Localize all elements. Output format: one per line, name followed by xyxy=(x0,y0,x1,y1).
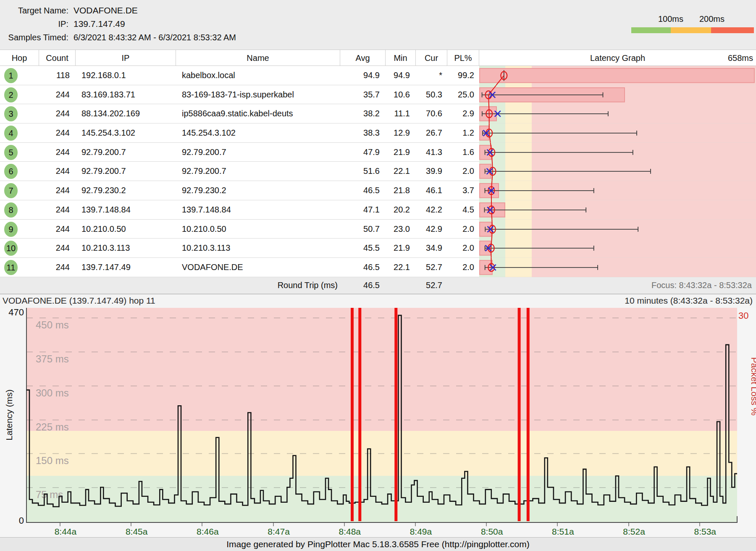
hop-latency-minigraph[interactable] xyxy=(479,200,756,220)
x-tick-label-8:46a: 8:46a xyxy=(189,527,226,537)
x-tick-8:44a xyxy=(60,523,60,526)
target-name-value: VODAFONE.DE xyxy=(74,5,138,16)
col-header-count[interactable]: Count xyxy=(39,50,76,66)
cur-cell: 52.7 xyxy=(416,258,442,277)
generator-credit-bar: Image generated by PingPlotter Mac 5.18.… xyxy=(0,537,756,551)
hop-number-badge: 1 xyxy=(4,68,18,83)
y-axis-max-label: 470 xyxy=(0,307,24,318)
hop-number-badge: 8 xyxy=(4,202,18,218)
hop-latency-minigraph[interactable] xyxy=(479,258,756,277)
latency-timeline-chart[interactable]: 470 0 Latency (ms) 30 Packet Loss % 450 … xyxy=(0,308,756,537)
hop-number-badge: 3 xyxy=(4,106,18,121)
latency-timeline-plot[interactable] xyxy=(26,308,737,522)
count-cell: 244 xyxy=(39,104,70,123)
ip-cell: 92.79.200.7 xyxy=(81,162,176,181)
ip-cell: 145.254.3.102 xyxy=(81,123,176,142)
name-cell: 10.210.3.113 xyxy=(182,239,340,257)
avg-cell: 94.9 xyxy=(340,66,380,85)
avg-cell: 35.7 xyxy=(340,85,380,104)
trace-table-body: 1118192.168.0.1kabelbox.local94.994.9*99… xyxy=(0,66,756,277)
col-header-cur[interactable]: Cur xyxy=(416,50,447,66)
hop-number-badge: 9 xyxy=(4,222,18,237)
hop-latency-minigraph[interactable] xyxy=(479,181,756,200)
pl-cell: 2.0 xyxy=(447,220,474,239)
x-tick-label-8:48a: 8:48a xyxy=(331,527,369,537)
x-tick-8:51a xyxy=(557,523,558,526)
legend-200ms-label: 200ms xyxy=(691,14,733,24)
focus-range-label[interactable]: Focus: 8:43:32a - 8:53:32a xyxy=(651,277,752,294)
hop-latency-minigraph[interactable] xyxy=(479,220,756,239)
x-tick-label-8:51a: 8:51a xyxy=(544,527,582,537)
ip-label: IP: xyxy=(0,18,68,29)
hop-row-10[interactable]: 1024410.210.3.11310.210.3.11345.521.934.… xyxy=(0,239,756,258)
hop-row-3[interactable]: 324488.134.202.169ip5886caa9.static.kabe… xyxy=(0,104,756,123)
hop-latency-minigraph[interactable] xyxy=(479,66,756,85)
generator-credit-text: Image generated by PingPlotter Mac 5.18.… xyxy=(226,539,529,549)
hop-row-2[interactable]: 224483.169.183.7183-169-183-71-isp.super… xyxy=(0,85,756,105)
hop-row-5[interactable]: 524492.79.200.792.79.200.747.921.941.31.… xyxy=(0,143,756,162)
col-header-name[interactable]: Name xyxy=(176,50,340,66)
count-cell: 244 xyxy=(39,143,70,162)
name-cell: kabelbox.local xyxy=(182,66,340,85)
col-header-pl[interactable]: PL% xyxy=(447,50,479,66)
hop-row-11[interactable]: 11244139.7.147.49VODAFONE.DE46.522.152.7… xyxy=(0,258,756,277)
pl-cell: 2.9 xyxy=(447,104,474,123)
hop-latency-minigraph[interactable] xyxy=(479,123,756,143)
cur-cell: 42.9 xyxy=(416,220,442,239)
col-header-min[interactable]: Min xyxy=(386,50,416,66)
count-cell: 244 xyxy=(39,200,70,219)
cur-cell: 26.7 xyxy=(416,123,442,142)
round-trip-cur: 52.7 xyxy=(416,277,442,294)
min-cell: 22.1 xyxy=(386,162,410,181)
hop-row-8[interactable]: 8244139.7.148.84139.7.148.8447.120.242.2… xyxy=(0,200,756,220)
min-cell: 23.0 xyxy=(386,220,410,239)
legend-red-swatch xyxy=(711,27,754,33)
y-axis-title: Latency (ms) xyxy=(4,381,14,449)
cur-cell: 41.3 xyxy=(416,143,442,162)
col-header-avg[interactable]: Avg xyxy=(340,50,386,66)
x-axis-line xyxy=(26,522,738,523)
name-cell: 83-169-183-71-isp.superkabel xyxy=(182,85,340,104)
min-cell: 94.9 xyxy=(386,66,410,85)
min-cell: 10.6 xyxy=(386,85,410,104)
hop-latency-minigraph[interactable] xyxy=(479,104,756,123)
cur-cell: 34.9 xyxy=(416,239,442,257)
col-header-latency-graph[interactable]: Latency Graph 658ms xyxy=(479,50,756,66)
samples-timed-value: 6/3/2021 8:43:32 AM - 6/3/2021 8:53:32 A… xyxy=(74,32,236,43)
count-cell: 244 xyxy=(39,181,70,200)
x-tick-8:50a xyxy=(486,523,487,526)
hop-latency-minigraph[interactable] xyxy=(479,239,756,258)
x-tick-label-8:53a: 8:53a xyxy=(686,527,724,537)
hop-latency-minigraph[interactable] xyxy=(479,143,756,162)
min-cell: 21.9 xyxy=(386,239,410,257)
timeline-range-label[interactable]: 10 minutes (8:43:32a - 8:53:32a) xyxy=(625,296,753,306)
hop-number-badge: 4 xyxy=(4,126,18,141)
col-header-hop[interactable]: Hop xyxy=(0,50,39,66)
ip-cell: 92.79.230.2 xyxy=(81,181,176,200)
hop-latency-minigraph[interactable] xyxy=(479,85,756,105)
hop-number-badge: 11 xyxy=(4,260,18,275)
avg-cell: 38.2 xyxy=(340,104,380,123)
hop-latency-minigraph[interactable] xyxy=(479,162,756,181)
pl-cell: 1.6 xyxy=(447,143,474,162)
hop-row-7[interactable]: 724492.79.230.292.79.230.246.521.846.13.… xyxy=(0,181,756,200)
cur-cell: 50.3 xyxy=(416,85,442,104)
x-tick-8:48a xyxy=(344,523,345,526)
pl-cell: 1.2 xyxy=(447,123,474,142)
hop-row-4[interactable]: 4244145.254.3.102145.254.3.10238.312.926… xyxy=(0,123,756,143)
min-cell: 12.9 xyxy=(386,123,410,142)
avg-cell: 47.1 xyxy=(340,200,380,219)
x-tick-label-8:47a: 8:47a xyxy=(260,527,298,537)
col-header-ip[interactable]: IP xyxy=(76,50,176,66)
x-tick-8:47a xyxy=(273,523,274,526)
x-tick-8:46a xyxy=(202,523,202,526)
latency-graph-title: Latency Graph xyxy=(590,53,645,63)
name-cell: 92.79.200.7 xyxy=(182,162,340,181)
ip-cell: 92.79.200.7 xyxy=(81,143,176,162)
ip-cell: 10.210.3.113 xyxy=(81,239,176,257)
avg-cell: 38.3 xyxy=(340,123,380,142)
hop-row-1[interactable]: 1118192.168.0.1kabelbox.local94.994.9*99… xyxy=(0,66,756,85)
hop-row-9[interactable]: 924410.210.0.5010.210.0.5050.723.042.92.… xyxy=(0,220,756,239)
ip-cell: 83.169.183.71 xyxy=(81,85,176,104)
hop-row-6[interactable]: 624492.79.200.792.79.200.751.622.139.92.… xyxy=(0,162,756,181)
